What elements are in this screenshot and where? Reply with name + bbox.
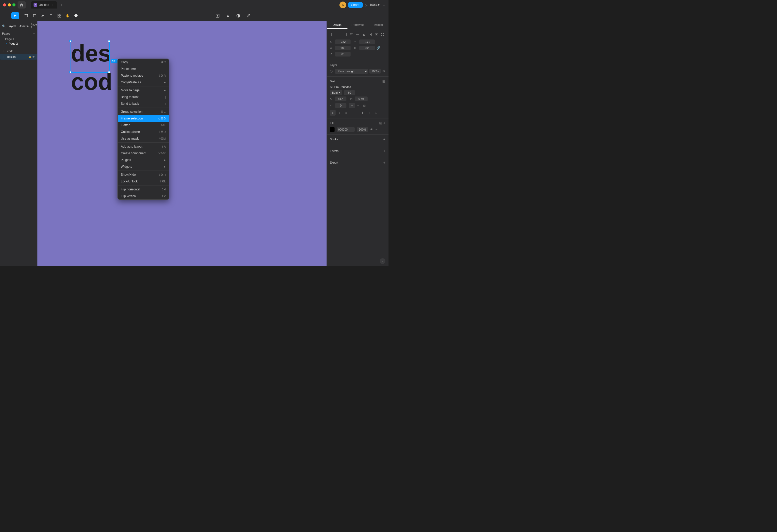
close-button[interactable] [3, 3, 6, 6]
ctx-plugins[interactable]: Plugins ▸ [118, 157, 169, 163]
text-align-center-button[interactable]: ↔ [349, 103, 355, 108]
more-options-button[interactable]: ··· [381, 3, 385, 7]
line-height-input[interactable] [335, 97, 346, 101]
ctx-group-selection[interactable]: Group selection ⌘G [118, 108, 169, 115]
tab-design[interactable]: Design [327, 21, 347, 29]
layer-code[interactable]: T code [0, 48, 37, 54]
text-add-button[interactable]: ⊞ [382, 79, 385, 83]
search-icon[interactable]: 🔍 [2, 24, 6, 28]
fill-remove-button[interactable]: − [375, 127, 377, 132]
valign-middle-button[interactable]: ↕ [366, 110, 372, 116]
ctx-flatten[interactable]: Flatten ⌘E [118, 122, 169, 128]
text-align-justify-h-button[interactable]: ≡ [343, 110, 349, 116]
minimize-button[interactable] [8, 3, 11, 6]
comment-tool[interactable]: 💬 [72, 12, 80, 19]
ctx-widgets[interactable]: Widgets ▸ [118, 163, 169, 170]
stroke-add-button[interactable]: + [383, 137, 385, 141]
add-page-button[interactable]: + [33, 31, 35, 36]
layers-tab[interactable]: Layers [7, 24, 17, 28]
text-align-right-button[interactable]: ≡ [337, 110, 342, 116]
text-code[interactable]: cod [71, 70, 112, 93]
y-input[interactable] [359, 39, 375, 44]
fill-grid-icon[interactable]: ⊞ [379, 121, 382, 125]
distribute-v-button[interactable] [373, 32, 379, 37]
tab-close-button[interactable]: × [51, 3, 54, 7]
font-style-selector[interactable]: Bold ▾ [330, 90, 342, 95]
move-tool[interactable] [11, 12, 19, 19]
lock-ratio-icon[interactable]: 🔗 [376, 46, 380, 50]
ctx-create-component[interactable]: Create component ⌥⌘K [118, 150, 169, 157]
home-button[interactable] [18, 1, 26, 8]
letter-spacing-input[interactable] [355, 97, 367, 101]
play-button[interactable]: ▷ [365, 3, 367, 7]
fill-hex-input[interactable] [337, 127, 355, 132]
link-center-tool[interactable] [245, 12, 252, 19]
w-input[interactable] [335, 46, 351, 50]
maximize-button[interactable] [12, 3, 15, 6]
font-size-input[interactable] [344, 90, 355, 95]
ctx-copy-paste-as[interactable]: Copy/Paste as ▸ [118, 79, 169, 86]
tidy-up-button[interactable] [380, 32, 385, 37]
page-item-1[interactable]: Page 1 [0, 37, 37, 41]
layer-eye-icon[interactable]: 👁 [32, 55, 35, 58]
layer-lock-icon[interactable]: 🔒 [28, 55, 31, 58]
ctx-flip-vertical[interactable]: Flip vertical ⇧V [118, 193, 169, 200]
distribute-h-button[interactable] [367, 32, 373, 37]
add-tab-button[interactable]: + [59, 2, 64, 8]
fill-color-swatch[interactable] [330, 127, 335, 132]
ctx-bring-to-front[interactable]: Bring to front ] [118, 94, 169, 100]
ctx-move-to-page[interactable]: Move to page ▸ [118, 87, 169, 94]
export-add-button[interactable]: + [383, 160, 385, 165]
assets-tab[interactable]: Assets• [18, 24, 30, 28]
tab-inspect[interactable]: Inspect [368, 21, 388, 29]
shape-tool[interactable] [31, 12, 38, 19]
fill-center-tool[interactable] [224, 12, 232, 19]
pen-tool[interactable] [39, 12, 47, 19]
tab-prototype[interactable]: Prototype [347, 21, 368, 29]
ctx-send-to-back[interactable]: Send to back [ [118, 100, 169, 107]
align-center-v-button[interactable] [355, 32, 360, 37]
more-text-options-button[interactable]: ··· [380, 110, 385, 116]
canvas-wrapper[interactable]: des cod 185 Copy ⌘C Paste here [37, 21, 327, 266]
text-align-justify-button[interactable]: ≡ [355, 103, 361, 108]
ctx-outline-stroke[interactable]: Outline stroke ⇧⌘O [118, 128, 169, 135]
ctx-paste-replace[interactable]: Paste to replace ⇧⌘R [118, 72, 169, 79]
ctx-show-hide[interactable]: Show/Hide ⇧⌘H [118, 171, 169, 178]
paragraph-spacing-input[interactable] [335, 103, 346, 108]
visibility-toggle[interactable]: 👁 [382, 70, 385, 73]
help-button[interactable]: ? [380, 258, 385, 264]
hand-tool[interactable]: ✋ [64, 12, 72, 19]
zoom-control[interactable]: 100% ▾ [370, 3, 380, 7]
text-truncate-button[interactable]: ⊡ [361, 103, 367, 108]
fill-opacity-input[interactable] [357, 127, 368, 132]
h-input[interactable] [359, 46, 375, 50]
x-input[interactable] [335, 39, 351, 44]
text-tool[interactable]: T [47, 12, 55, 19]
page-item-2[interactable]: ✓ Page 2 [0, 41, 37, 46]
resize-center-tool[interactable] [214, 12, 221, 19]
align-left-button[interactable] [330, 32, 336, 37]
valign-top-button[interactable]: ⬆ [360, 110, 365, 116]
text-align-left-button[interactable]: ≡ [330, 110, 336, 116]
ctx-flip-horizontal[interactable]: Flip horizontal ⇧H [118, 186, 169, 193]
ctx-lock-unlock[interactable]: Lock/Unlock ⇧⌘L [118, 178, 169, 185]
ctx-use-as-mask[interactable]: Use as mask ^⌘M [118, 135, 169, 142]
fill-add-button[interactable]: + [383, 121, 385, 125]
contrast-tool[interactable] [235, 12, 242, 19]
effects-add-button[interactable]: + [383, 149, 385, 153]
ctx-copy[interactable]: Copy ⌘C [118, 59, 169, 65]
blend-mode-select[interactable]: Pass through [335, 69, 368, 74]
layer-design[interactable]: T design 🔒 👁 [0, 54, 37, 59]
text-design[interactable]: des [71, 42, 111, 65]
ctx-frame-selection[interactable]: Frame selection ⌥⌘G [118, 115, 169, 122]
fill-eye-icon[interactable]: 👁 [370, 128, 373, 131]
align-top-button[interactable] [348, 32, 354, 37]
align-right-button[interactable] [342, 32, 348, 37]
share-button[interactable]: Share [348, 2, 363, 8]
frame-tool[interactable] [22, 12, 30, 19]
rotation-input[interactable] [335, 52, 351, 56]
align-bottom-button[interactable] [361, 32, 367, 37]
ctx-add-auto-layout[interactable]: Add auto layout ⇧A [118, 143, 169, 150]
valign-bottom-button[interactable]: ⬇ [373, 110, 379, 116]
grid-tool[interactable]: ⊞ [3, 12, 11, 19]
